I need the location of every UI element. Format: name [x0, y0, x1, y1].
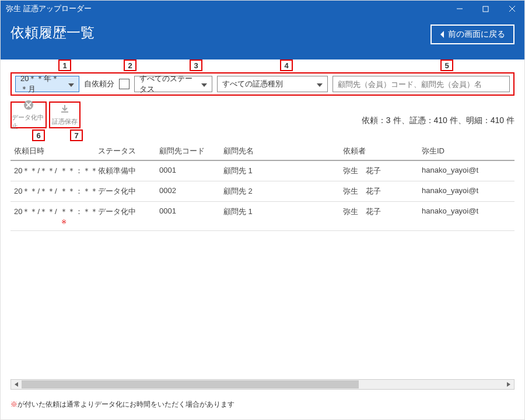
category-filter-dropdown[interactable]: すべての証憑種別	[217, 76, 328, 92]
cell-date: 20＊＊/＊＊/	[10, 206, 60, 226]
col-status: ステータス	[98, 146, 159, 156]
footnote: ※が付いた依頼は通常よりデータ化にお時間をいただく場合があります	[10, 400, 235, 410]
cell-status: データ化中	[98, 186, 159, 197]
cancel-data-label: データ化中止	[12, 113, 46, 131]
scroll-right-button[interactable]	[503, 380, 514, 389]
status-filter-value: すべてのステータス	[139, 74, 197, 94]
page-title: 依頼履歴一覧	[10, 23, 94, 42]
footnote-text: が付いた依頼は通常よりデータ化にお時間をいただく場合があります	[18, 400, 235, 408]
table-row[interactable]: 20＊＊/＊＊/ ＊＊：＊＊ 依頼準備中 0001 顧問先 1 弥生 花子 ha…	[10, 161, 514, 181]
toolbar: データ化中止 証憑保存 依頼：3 件、証憑：410 件、明細：410 件	[10, 102, 514, 128]
cell-requester: 弥生 花子	[343, 166, 422, 176]
cell-requester: 弥生 花子	[343, 186, 422, 197]
cell-requester: 弥生 花子	[343, 206, 422, 226]
col-yayoi-id: 弥生ID	[422, 146, 514, 156]
cell-time: ＊＊：＊＊※	[60, 206, 98, 226]
cell-client: 顧問先 1	[223, 166, 343, 176]
chevron-down-icon	[68, 80, 74, 89]
footnote-mark: ※	[10, 400, 18, 408]
svg-marker-6	[201, 83, 207, 87]
save-evidence-label: 証憑保存	[52, 117, 78, 126]
close-button[interactable]	[499, 0, 525, 18]
back-button[interactable]: 前の画面に戻る	[430, 24, 514, 44]
svg-marker-5	[68, 83, 74, 87]
callout-2: 2	[124, 60, 136, 71]
cell-time: ＊＊：＊＊	[60, 166, 98, 176]
download-icon	[60, 104, 70, 116]
scroll-thumb[interactable]	[22, 380, 359, 388]
header: 依頼履歴一覧 前の画面に戻る	[0, 18, 525, 60]
col-client-code: 顧問先コード	[159, 146, 223, 156]
titlebar: 弥生 証憑アップローダー	[0, 0, 525, 18]
callout-4: 4	[280, 60, 293, 71]
callout-5: 5	[440, 60, 453, 71]
cancel-data-button[interactable]: データ化中止	[10, 102, 47, 128]
filter-bar: 20＊＊年＊＊月 自依頼分 すべてのステータス すべての証憑種別	[10, 72, 514, 96]
svg-rect-1	[483, 6, 488, 12]
scroll-track[interactable]	[22, 380, 503, 389]
cell-status: データ化中	[98, 206, 159, 226]
cell-code: 0002	[159, 186, 223, 197]
col-datetime: 依頼日時	[10, 146, 60, 156]
svg-marker-4	[440, 31, 444, 38]
callout-7: 7	[70, 130, 83, 141]
chevron-down-icon	[201, 80, 207, 89]
record-counts: 依頼：3 件、証憑：410 件、明細：410 件	[362, 116, 514, 128]
back-button-label: 前の画面に戻る	[448, 29, 505, 40]
svg-marker-7	[317, 83, 323, 87]
date-filter-value: 20＊＊年＊＊月	[20, 74, 64, 94]
cell-time: ＊＊：＊＊	[60, 186, 98, 197]
col-client-name: 顧問先名	[223, 146, 343, 156]
chevron-left-icon	[440, 31, 444, 38]
status-filter-dropdown[interactable]: すべてのステータス	[134, 76, 212, 92]
svg-marker-13	[507, 382, 510, 387]
table-header: 依頼日時 ステータス 顧問先コード 顧問先名 依頼者 弥生ID	[10, 142, 514, 161]
callout-6: 6	[32, 130, 45, 141]
table-row[interactable]: 20＊＊/＊＊/ ＊＊：＊＊ データ化中 0002 顧問先 2 弥生 花子 ha…	[10, 181, 514, 202]
maximize-icon	[482, 6, 489, 12]
minimize-button[interactable]	[446, 0, 473, 18]
minimize-icon	[456, 5, 463, 12]
maximize-button[interactable]	[473, 0, 499, 18]
cell-yayoi-id: hanako_yayoi@t	[422, 166, 514, 176]
history-table: 依頼日時 ステータス 顧問先コード 顧問先名 依頼者 弥生ID 20＊＊/＊＊/…	[10, 142, 514, 231]
cell-code: 0001	[159, 166, 223, 176]
save-evidence-button[interactable]: 証憑保存	[49, 102, 80, 128]
callout-3: 3	[190, 60, 202, 71]
search-box[interactable]	[332, 76, 510, 92]
cell-status: 依頼準備中	[98, 166, 159, 176]
svg-marker-12	[15, 382, 18, 387]
category-filter-value: すべての証憑種別	[222, 79, 283, 89]
chevron-down-icon	[317, 80, 323, 89]
cell-code: 0001	[159, 206, 223, 226]
scroll-left-button[interactable]	[11, 380, 22, 389]
close-icon	[509, 5, 516, 12]
cancel-circle-icon	[23, 100, 34, 112]
cell-yayoi-id: hanako_yayoi@t	[422, 186, 514, 197]
cell-date: 20＊＊/＊＊/	[10, 166, 60, 176]
cell-date: 20＊＊/＊＊/	[10, 186, 60, 197]
self-requests-label: 自依頼分	[84, 79, 114, 89]
window-title: 弥生 証憑アップローダー	[6, 4, 92, 14]
cell-client: 顧問先 2	[223, 186, 343, 197]
horizontal-scrollbar[interactable]	[10, 379, 514, 390]
self-requests-checkbox[interactable]	[119, 79, 130, 89]
date-filter-dropdown[interactable]: 20＊＊年＊＊月	[15, 76, 79, 92]
table-row[interactable]: 20＊＊/＊＊/ ＊＊：＊＊※ データ化中 0001 顧問先 1 弥生 花子 h…	[10, 202, 514, 231]
cell-yayoi-id: hanako_yayoi@t	[422, 206, 514, 226]
callout-1: 1	[58, 60, 71, 71]
cell-client: 顧問先 1	[223, 206, 343, 226]
callout-row-2: 6 7	[0, 130, 525, 142]
search-input[interactable]	[338, 80, 505, 89]
callout-row: 1 2 3 4 5	[0, 60, 525, 72]
col-requester: 依頼者	[343, 146, 422, 156]
